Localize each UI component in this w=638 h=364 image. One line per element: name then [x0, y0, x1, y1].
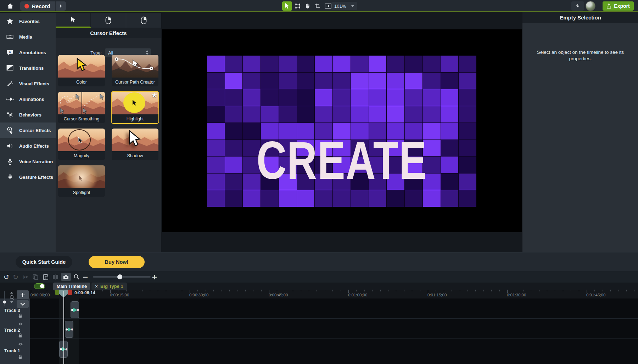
effect-tile-cursor-path-creator[interactable]: Cursor Path Creator [112, 55, 158, 86]
undo-icon[interactable]: ↺ [2, 271, 11, 283]
effect-tile-color[interactable]: Color [58, 55, 105, 86]
timeline-zoom-slider[interactable] [93, 276, 151, 278]
mosaic-cell [243, 73, 261, 89]
timeline-ruler[interactable]: 0:00:00;000:00:15;000:00:30;000:00:45;00… [0, 290, 638, 298]
favorite-star-icon[interactable]: ★ [151, 92, 157, 99]
tab-right-click-effects[interactable] [126, 13, 161, 28]
magic-wand-icon [6, 79, 14, 88]
ruler-tick [309, 290, 309, 291]
sidebar-item-gesture-effects[interactable]: Gesture Effects [0, 169, 56, 185]
sidebar-item-visual-effects[interactable]: Visual Effects [0, 76, 56, 91]
falling-blocks-icon [6, 110, 14, 119]
sidebar-item-audio-effects[interactable]: Audio Effects [0, 138, 56, 154]
canvas-area: CREATE [162, 12, 522, 252]
ruler-tick [332, 290, 333, 291]
ruler-tick [222, 290, 222, 291]
effect-tile-shadow[interactable]: Shadow [112, 129, 158, 160]
cursor-arrow-icon [70, 16, 76, 23]
selection-in-handle[interactable] [55, 290, 59, 295]
sidebar-item-transitions[interactable]: Transitions [0, 60, 56, 76]
mosaic-cell [459, 73, 476, 89]
selection-out-handle[interactable] [68, 290, 72, 295]
transform-icon [294, 2, 301, 10]
canvas-title-text[interactable]: CREATE [202, 97, 482, 224]
mosaic-cell [333, 56, 351, 72]
effect-thumbnail [58, 92, 105, 114]
effect-tile-cursor-smoothing[interactable]: Cursor Smoothing [58, 92, 105, 123]
mosaic-cell [351, 73, 369, 89]
effect-tile-highlight[interactable]: ★ Highlight [112, 92, 158, 123]
edit-transform-tool-button[interactable] [293, 1, 303, 11]
redo-icon[interactable]: ↻ [11, 271, 20, 283]
close-icon[interactable]: × [95, 284, 98, 289]
playhead-line[interactable] [63, 291, 64, 364]
tab-left-click-effects[interactable] [91, 13, 126, 28]
tab-big-type-1[interactable]: × Big Type 1 [91, 283, 127, 290]
crop-tool-button[interactable] [313, 1, 323, 11]
ruler-label: 0:01:45;00 [586, 293, 605, 297]
sidebar-item-annotations[interactable]: a Annotations [0, 45, 56, 60]
split-square-icon [6, 64, 14, 72]
sidebar-item-label: Audio Effects [19, 143, 49, 149]
mosaic-cell [423, 56, 441, 72]
effect-thumbnail [58, 55, 105, 78]
effect-thumbnail [58, 129, 105, 151]
cut-icon[interactable]: ✂ [21, 271, 30, 283]
timeline-zoom-thumb[interactable] [117, 274, 122, 279]
zoom-in-icon[interactable]: + [150, 271, 159, 283]
mosaic-cell [297, 73, 315, 89]
ruler-tick [571, 290, 571, 291]
ruler-tick [499, 290, 500, 291]
video-stage[interactable]: CREATE [162, 29, 522, 232]
tab-cursor-effects[interactable] [56, 13, 91, 28]
canvas-zoom-select[interactable]: 101% [331, 2, 357, 10]
effect-tile-spotlight[interactable]: Spotlight [58, 165, 105, 197]
zoom-out-icon[interactable]: − [82, 271, 89, 283]
sidebar-item-animations[interactable]: Animations [0, 91, 56, 107]
ruler-tick [372, 290, 373, 291]
pan-tool-button[interactable] [303, 1, 313, 11]
effect-tile-magnify[interactable]: Magnify [58, 129, 105, 160]
zoom-search-icon[interactable] [72, 271, 81, 283]
zoom-to-fit-icon[interactable] [9, 292, 15, 306]
mosaic-cell [387, 73, 404, 89]
user-avatar[interactable] [586, 1, 595, 11]
collapse-tracks-button[interactable] [17, 300, 29, 308]
split-icon[interactable] [51, 271, 60, 283]
sidebar-item-behaviors[interactable]: Behaviors [0, 107, 56, 123]
add-track-button[interactable] [17, 290, 29, 299]
mosaic-cell [351, 56, 369, 72]
cursor-effects-panel: Cursor Effects Type: All Color Cursor Pa… [56, 13, 161, 252]
copy-icon[interactable] [31, 271, 40, 283]
sidebar-item-cursor-effects[interactable]: Cursor Effects [0, 123, 56, 138]
sidebar-item-favorites[interactable]: Favorites [0, 13, 56, 29]
quick-start-guide-button[interactable]: Quick Start Guide [16, 256, 72, 268]
record-button[interactable]: Record [20, 1, 55, 11]
toggle-knob-icon [40, 284, 44, 288]
timeline-clip[interactable] [71, 301, 79, 318]
ruler-label: 0:01:30;00 [507, 293, 526, 297]
buy-now-button[interactable]: Buy Now! [89, 256, 145, 268]
thumbnail-divider [82, 92, 82, 114]
mosaic-cell [387, 56, 404, 72]
track-height-slider[interactable] [3, 291, 6, 306]
export-button[interactable]: Export [603, 1, 634, 11]
sidebar: Favorites Media a Annotations Transition… [0, 13, 56, 252]
tab-main-timeline[interactable]: Main Timeline [53, 283, 90, 290]
timeline-clip[interactable] [65, 321, 73, 338]
download-button[interactable] [571, 1, 584, 11]
mosaic-cell [333, 73, 351, 89]
paste-icon[interactable] [41, 271, 50, 283]
mosaic-cell [423, 73, 441, 89]
ruler-tick [245, 290, 246, 291]
timeline-toggle[interactable] [34, 283, 45, 289]
effect-thumbnail [58, 165, 105, 188]
ruler-tick [634, 290, 634, 291]
select-tool-button[interactable] [282, 1, 292, 11]
sidebar-item-media[interactable]: Media [0, 29, 56, 45]
record-options-button[interactable] [55, 1, 66, 11]
home-button[interactable] [4, 1, 16, 11]
sidebar-item-voice-narration[interactable]: Voice Narration [0, 154, 56, 169]
screenshot-button[interactable] [61, 273, 71, 281]
mosaic-cell [279, 73, 297, 89]
